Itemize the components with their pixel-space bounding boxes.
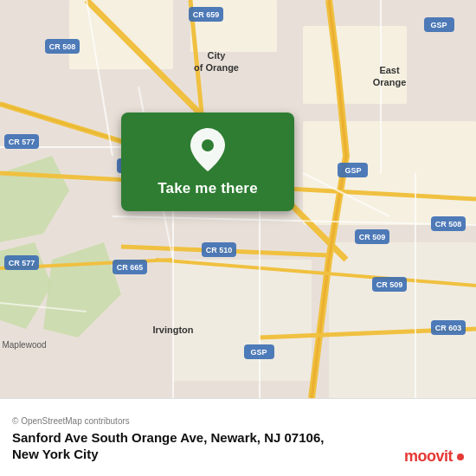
moovit-logo: moovit	[404, 447, 464, 466]
attribution-text: © OpenStreetMap contributors	[12, 416, 464, 426]
location-text: Sanford Ave South Orange Ave, Newark, NJ…	[12, 429, 464, 463]
svg-text:of Orange: of Orange	[194, 62, 239, 73]
take-me-there-label: Take me there	[158, 180, 258, 197]
bottom-bar: © OpenStreetMap contributors Sanford Ave…	[0, 398, 476, 476]
svg-text:GSP: GSP	[344, 166, 361, 175]
moovit-dot	[457, 453, 464, 460]
svg-rect-9	[173, 260, 312, 381]
svg-text:CR 509: CR 509	[359, 233, 386, 241]
svg-text:CR 510: CR 510	[206, 246, 233, 254]
location-pin-icon	[190, 128, 225, 171]
location-line2: New York City	[12, 447, 98, 461]
svg-text:CR 577: CR 577	[9, 259, 35, 267]
svg-text:CR 603: CR 603	[435, 324, 462, 332]
svg-text:Irvington: Irvington	[152, 325, 193, 335]
svg-text:City: City	[208, 50, 227, 61]
svg-rect-8	[303, 121, 476, 225]
take-me-there-card[interactable]: Take me there	[121, 113, 294, 211]
svg-text:CR 508: CR 508	[435, 220, 462, 228]
svg-text:CR 665: CR 665	[117, 263, 144, 272]
svg-text:Maplewood: Maplewood	[2, 340, 46, 350]
svg-text:GSP: GSP	[430, 21, 447, 29]
svg-text:CR 577: CR 577	[9, 138, 35, 146]
openstreetmap-attribution: © OpenStreetMap contributors	[12, 416, 130, 426]
svg-text:CR 659: CR 659	[193, 10, 220, 19]
map-container: CR 659 CR 508 CR 577 CR 577 CR 639 CR 66…	[0, 0, 476, 398]
svg-text:East: East	[379, 65, 400, 75]
svg-text:GSP: GSP	[250, 348, 267, 357]
svg-text:Orange: Orange	[373, 77, 407, 87]
svg-point-64	[202, 139, 214, 151]
svg-text:CR 508: CR 508	[49, 42, 76, 51]
moovit-brand-text: moovit	[404, 447, 453, 466]
location-line1: Sanford Ave South Orange Ave, Newark, NJ…	[12, 430, 324, 445]
svg-text:CR 509: CR 509	[376, 280, 403, 289]
